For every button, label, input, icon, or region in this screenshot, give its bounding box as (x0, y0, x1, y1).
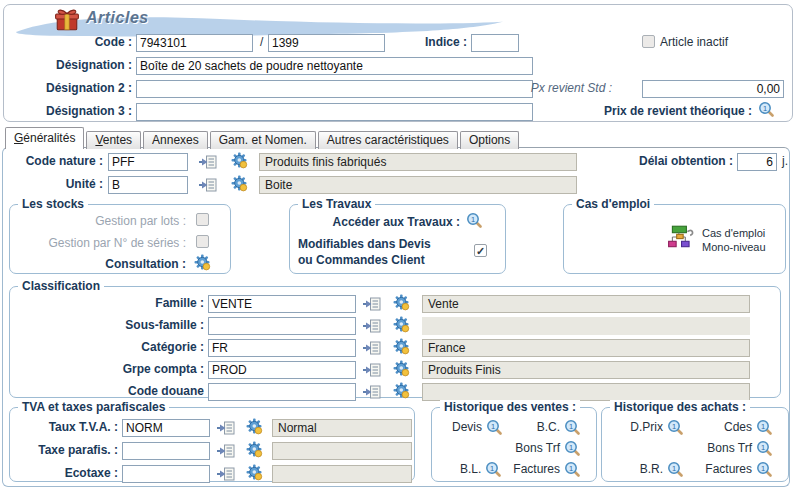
taxe-parafis-label: Taxe parafis. : (10, 444, 118, 457)
tab-annexes[interactable]: Annexes (143, 131, 208, 149)
code-index-input[interactable] (268, 34, 385, 52)
gestion-series-checkbox (196, 235, 209, 248)
magnifier-icon[interactable] (564, 419, 580, 435)
tab-autres-caracteristiques[interactable]: Autres caractéristiques (318, 131, 458, 149)
grpe-compta-label: Grpe compta : (14, 363, 204, 376)
gear-icon[interactable] (393, 360, 410, 377)
hist-label: Bons Trf (707, 441, 752, 455)
categorie-label: Catégorie : (14, 341, 204, 354)
gear-icon[interactable] (246, 464, 263, 481)
designation3-input[interactable] (136, 103, 533, 121)
article-inactif-checkbox[interactable] (642, 35, 655, 48)
tab-gam-et-nomen[interactable]: Gam. et Nomen. (210, 131, 316, 149)
group-historique-ventes: Historique des ventes : Devis B.C. Bons … (431, 407, 597, 482)
hist-label: Factures (513, 462, 560, 476)
group-title: Les Travaux (298, 197, 375, 211)
magnifier-icon[interactable] (564, 461, 580, 477)
magnifier-icon[interactable] (758, 101, 774, 117)
hist-cell-br: B.R. (606, 460, 695, 477)
gear-icon[interactable] (231, 175, 248, 192)
code-nature-input[interactable] (108, 153, 188, 171)
famille-display: Vente (422, 295, 750, 313)
cas-emploi-line2: Mono-niveau (702, 241, 766, 254)
magnifier-icon[interactable] (756, 461, 772, 477)
prix-revient-theorique-label: Prix de revient théorique : (484, 105, 752, 118)
tab-label: Autres caractéristiques (327, 133, 449, 147)
hist-cell-factures: Factures (513, 460, 592, 477)
magnifier-icon[interactable] (485, 461, 501, 477)
ecotaxe-input[interactable] (122, 465, 210, 483)
unite-input[interactable] (108, 176, 188, 194)
magnifier-icon[interactable] (486, 419, 502, 435)
categorie-input[interactable] (208, 339, 356, 357)
tab-options[interactable]: Options (460, 131, 519, 149)
lookup-icon[interactable] (216, 467, 235, 481)
group-les-travaux: Les Travaux Accéder aux Travaux : Modifi… (289, 204, 506, 274)
lookup-icon[interactable] (216, 444, 235, 458)
group-classification: Classification Famille : Vente Sous-fami… (9, 286, 781, 398)
taxe-parafis-input[interactable] (122, 442, 210, 460)
tab-label: Annexes (152, 133, 199, 147)
gear-icon[interactable] (246, 441, 263, 458)
indice-input[interactable] (471, 34, 519, 52)
tab-generalites[interactable]: Généralités (5, 127, 84, 149)
hist-label: Factures (705, 462, 752, 476)
gear-icon[interactable] (194, 254, 211, 271)
gear-icon[interactable] (393, 382, 410, 399)
group-title: Historique des ventes : (440, 400, 580, 414)
header-panel: Articles Code : / Indice : Article inact… (3, 4, 793, 122)
magnifier-icon[interactable] (466, 212, 482, 228)
code-input[interactable] (136, 34, 253, 52)
articles-window: Articles Code : / Indice : Article inact… (0, 0, 800, 493)
hierarchy-icon[interactable] (667, 225, 695, 249)
sous-famille-label: Sous-famille : (14, 319, 204, 332)
lookup-icon[interactable] (362, 385, 381, 399)
ecotaxe-display (272, 465, 412, 483)
gear-icon[interactable] (393, 316, 410, 333)
px-revient-std-input[interactable] (642, 80, 784, 98)
magnifier-icon[interactable] (667, 419, 683, 435)
delai-obtention-input[interactable] (737, 153, 777, 171)
lookup-icon[interactable] (362, 341, 381, 355)
grpe-compta-input[interactable] (208, 361, 356, 379)
hist-row: D.Prix Cdes (606, 418, 784, 435)
lookup-icon[interactable] (362, 297, 381, 311)
tab-ventes[interactable]: Ventes (86, 131, 141, 149)
taux-tva-display: Normal (272, 419, 412, 437)
magnifier-icon[interactable] (756, 419, 772, 435)
gear-icon[interactable] (231, 152, 248, 169)
gear-icon[interactable] (246, 418, 263, 435)
designation-input[interactable] (136, 57, 533, 75)
hist-label: B.R. (640, 462, 663, 476)
ecotaxe-label: Ecotaxe : (10, 467, 118, 480)
hist-row: Bons Trf (436, 439, 592, 456)
sous-famille-input[interactable] (208, 317, 356, 335)
tab-label: Options (469, 133, 510, 147)
magnifier-icon[interactable] (564, 440, 580, 456)
hist-cell-factures: Factures (695, 460, 784, 477)
lookup-icon[interactable] (216, 421, 235, 435)
lookup-icon[interactable] (362, 363, 381, 377)
magnifier-icon[interactable] (667, 461, 683, 477)
hist-label: Cdes (724, 420, 752, 434)
magnifier-icon[interactable] (756, 440, 772, 456)
gear-icon[interactable] (393, 338, 410, 355)
delai-obtention-label: Délai obtention : (593, 155, 733, 168)
hist-cell-cdes: Cdes (695, 418, 784, 435)
code-douane-label: Code douane (14, 385, 204, 398)
lookup-icon[interactable] (362, 319, 381, 333)
code-douane-input[interactable] (208, 383, 356, 401)
modifiables-checkbox[interactable] (474, 244, 487, 257)
gear-icon[interactable] (393, 294, 410, 311)
sous-famille-display (422, 317, 750, 335)
designation3-label: Désignation 3 : (4, 105, 132, 118)
taux-tva-input[interactable] (122, 419, 210, 437)
hist-cell-bc: B.C. (514, 418, 592, 435)
lookup-icon[interactable] (198, 178, 217, 192)
gift-icon (54, 8, 80, 32)
designation-label: Désignation : (4, 59, 132, 72)
famille-input[interactable] (208, 295, 356, 313)
group-title: Les stocks (18, 197, 88, 211)
lookup-icon[interactable] (198, 155, 217, 169)
tab-accel: G (14, 131, 23, 145)
